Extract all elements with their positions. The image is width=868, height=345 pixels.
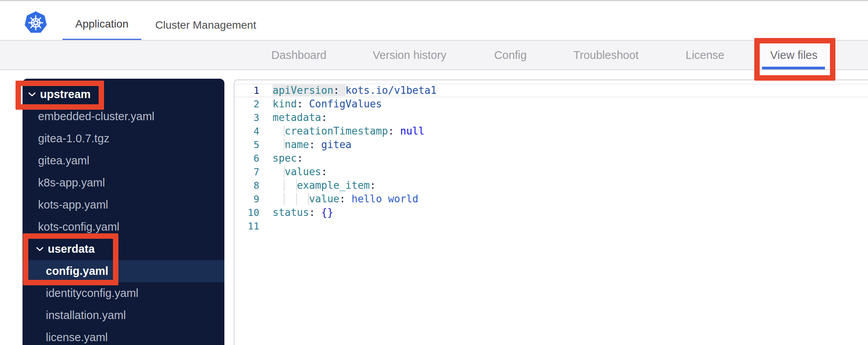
code-line-text: apiVersion: kots.io/v1beta1	[273, 84, 437, 97]
token-punct: :	[321, 166, 327, 178]
token-punct: :	[339, 193, 351, 205]
line-number: 8	[234, 179, 259, 192]
line-number: 6	[234, 152, 259, 165]
token-key: apiVersion	[273, 85, 333, 96]
token-key: name	[285, 139, 309, 150]
nav-item-license[interactable]: License	[686, 41, 724, 69]
token-key: value	[309, 193, 339, 205]
token-punct: :	[309, 207, 321, 218]
file-tree-sidebar: upstreamembedded-cluster.yamlgitea-1.0.7…	[23, 79, 224, 345]
tree-file-label: kots-app.yaml	[38, 198, 108, 211]
token-key: creationTimestamp	[285, 125, 388, 137]
nav-item-troubleshoot[interactable]: Troubleshoot	[573, 41, 639, 69]
indent-guide	[285, 193, 297, 205]
code-line-9: 9 value: hello world	[234, 192, 868, 206]
tree-file-label: license.yaml	[46, 331, 108, 344]
line-number: 3	[234, 111, 259, 124]
app-header: ApplicationCluster Management	[0, 1, 868, 40]
line-number: 7	[234, 165, 259, 179]
code-line-text: kind: ConfigValues	[273, 97, 382, 111]
yaml-file-editor[interactable]: 1apiVersion: kots.io/v1beta12kind: Confi…	[234, 79, 868, 345]
code-line-text: metadata:	[273, 111, 327, 124]
code-line-6: 6spec:	[234, 152, 868, 165]
line-number: 2	[234, 97, 259, 111]
token-kw: null	[400, 125, 425, 137]
token-val: kots.io/v1beta1	[345, 85, 437, 96]
tree-file-label: gitea.yaml	[38, 154, 89, 167]
code-line-3: 3metadata:	[234, 111, 868, 124]
code-line-text: creationTimestamp: null	[273, 124, 424, 138]
tree-file-gitea-yaml[interactable]: gitea.yaml	[23, 150, 224, 172]
code-line-text: status: {}	[273, 206, 333, 219]
nav-item-label: Config	[494, 49, 527, 62]
token-punct: :	[333, 85, 345, 96]
indent-guide	[273, 166, 285, 178]
indent-guide	[273, 179, 285, 191]
tree-file-identityconfig-yaml[interactable]: identityconfig.yaml	[23, 282, 224, 304]
kubernetes-logo[interactable]	[23, 11, 48, 36]
token-val: gitea	[321, 139, 351, 150]
tree-file-installation-yaml[interactable]: installation.yaml	[23, 304, 224, 326]
line-number: 1	[234, 84, 259, 97]
header-tab-label: Application	[75, 18, 128, 30]
nav-item-dashboard[interactable]: Dashboard	[271, 41, 326, 69]
kots-admin-console: ApplicationCluster Management DashboardV…	[0, 0, 868, 345]
code-line-10: 10status: {}	[234, 206, 868, 219]
header-tab-cluster-management[interactable]: Cluster Management	[153, 9, 258, 41]
tree-file-label: kots-config.yaml	[38, 221, 120, 233]
code-line-5: 5 name: gitea	[234, 138, 868, 152]
line-number: 5	[234, 138, 259, 152]
code-line-text: spec:	[273, 152, 303, 165]
nav-item-label: Version history	[373, 49, 446, 62]
header-tab-label: Cluster Management	[155, 19, 256, 31]
indent-guide	[273, 193, 285, 205]
token-punct: :	[297, 152, 303, 164]
token-key: example_item	[297, 179, 370, 191]
tree-file-kots-app-yaml[interactable]: kots-app.yaml	[23, 194, 224, 216]
code-line-7: 7 values:	[234, 165, 868, 179]
code-line-text: example_item:	[273, 179, 376, 192]
indent-guide	[273, 125, 285, 137]
code-line-text: values:	[273, 165, 327, 179]
line-number: 11	[234, 219, 259, 233]
line-number: 4	[234, 124, 259, 138]
nav-item-config[interactable]: Config	[494, 41, 527, 69]
annotation-box-view-files-tab	[754, 38, 835, 81]
code-line-4: 4 creationTimestamp: null	[234, 124, 868, 138]
token-key: status	[273, 207, 309, 218]
code-line-1: 1apiVersion: kots.io/v1beta1	[234, 84, 868, 97]
code-line-text: value: hello world	[273, 192, 418, 206]
code-line-2: 2kind: ConfigValues	[234, 97, 868, 111]
tree-file-label: k8s-app.yaml	[38, 176, 105, 189]
nav-item-label: Dashboard	[271, 49, 326, 62]
secondary-nav: DashboardVersion historyConfigTroublesho…	[0, 40, 868, 70]
header-tab-application[interactable]: Application	[62, 9, 141, 41]
code-line-text: name: gitea	[273, 138, 352, 152]
nav-item-label: Troubleshoot	[573, 49, 639, 62]
token-punct: :	[370, 179, 376, 191]
tree-file-label: gitea-1.0.7.tgz	[38, 132, 109, 145]
token-key: kind	[273, 98, 297, 110]
token-punct: :	[388, 125, 400, 137]
tree-file-gitea-1-0-7-tgz[interactable]: gitea-1.0.7.tgz	[23, 128, 224, 150]
annotation-box-upstream-folder	[16, 81, 104, 110]
indent-guide	[285, 179, 297, 191]
indent-guide	[273, 139, 285, 150]
token-val: ConfigValues	[309, 98, 382, 110]
token-str: hello world	[352, 193, 418, 205]
token-key: metadata	[273, 112, 321, 123]
token-punct: :	[309, 139, 321, 150]
token-punct: :	[297, 98, 309, 110]
tree-file-label: embedded-cluster.yaml	[38, 110, 155, 123]
tree-file-k8s-app-yaml[interactable]: k8s-app.yaml	[23, 172, 224, 194]
tree-file-label: identityconfig.yaml	[46, 287, 139, 300]
token-brace: {}	[321, 207, 333, 218]
code-line-8: 8 example_item:	[234, 179, 868, 192]
token-punct: :	[321, 112, 327, 123]
token-key: spec	[273, 152, 297, 164]
tree-file-license-yaml[interactable]: license.yaml	[23, 326, 224, 345]
nav-item-label: License	[686, 49, 724, 62]
nav-item-version-history[interactable]: Version history	[373, 41, 446, 69]
tree-file-label: installation.yaml	[46, 309, 126, 322]
line-number: 10	[234, 206, 259, 219]
